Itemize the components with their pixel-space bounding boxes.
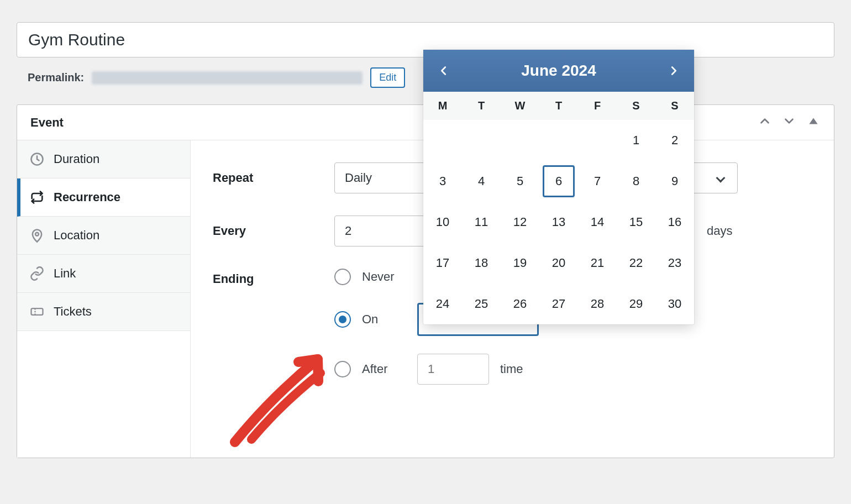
tab-label: Recurrence xyxy=(54,190,120,204)
calendar-day-number: 16 xyxy=(668,215,681,229)
location-icon xyxy=(29,228,45,243)
calendar-day-number: 12 xyxy=(513,215,527,229)
tab-link[interactable]: Link xyxy=(17,255,190,293)
calendar-day-number: 19 xyxy=(513,256,527,270)
calendar-day-number: 14 xyxy=(591,215,604,229)
tab-location[interactable]: Location xyxy=(17,217,190,255)
chevron-left-icon xyxy=(438,63,450,78)
calendar-day-7[interactable]: 7 xyxy=(578,161,617,202)
calendar-empty-cell xyxy=(501,120,539,161)
calendar-day-number: 28 xyxy=(591,297,604,311)
calendar-day-number: 18 xyxy=(475,256,488,270)
calendar-day-number: 7 xyxy=(594,174,601,188)
ticket-icon xyxy=(29,304,45,319)
calendar-day-number: 2 xyxy=(671,133,678,148)
datepicker-next[interactable] xyxy=(668,63,680,78)
calendar-day-17[interactable]: 17 xyxy=(423,243,462,284)
calendar-day-15[interactable]: 15 xyxy=(617,202,655,243)
calendar-day-10[interactable]: 10 xyxy=(423,202,462,243)
panel-down-toggle[interactable] xyxy=(782,114,796,131)
calendar-empty-cell xyxy=(423,120,462,161)
every-unit: days xyxy=(707,224,732,238)
datepicker-title: June 2024 xyxy=(521,62,596,80)
calendar-day-22[interactable]: 22 xyxy=(617,243,655,284)
link-icon xyxy=(29,266,45,281)
chevron-down-icon xyxy=(782,114,796,128)
calendar-day-number: 22 xyxy=(629,256,643,270)
calendar-day-3[interactable]: 3 xyxy=(423,161,462,202)
calendar-day-1[interactable]: 1 xyxy=(617,120,655,161)
calendar-day-16[interactable]: 16 xyxy=(655,202,694,243)
calendar-day-number: 4 xyxy=(478,174,485,188)
calendar-empty-cell xyxy=(578,120,617,161)
calendar-day-4[interactable]: 4 xyxy=(462,161,501,202)
panel-up-toggle[interactable] xyxy=(758,114,772,131)
ending-after[interactable]: After time xyxy=(334,354,544,385)
calendar-day-number: 15 xyxy=(629,215,643,229)
triangle-up-icon xyxy=(806,114,821,128)
calendar-day-24[interactable]: 24 xyxy=(423,284,462,324)
calendar-day-number: 11 xyxy=(475,215,488,229)
calendar-day-number: 6 xyxy=(543,165,575,197)
radio-after[interactable] xyxy=(334,361,351,377)
dayheader: T xyxy=(539,92,578,120)
on-label: On xyxy=(362,312,406,327)
calendar-day-number: 26 xyxy=(513,297,527,311)
tab-tickets[interactable]: Tickets xyxy=(17,293,190,331)
datepicker-header: June 2024 xyxy=(423,50,694,92)
calendar-day-number: 27 xyxy=(552,297,565,311)
chevron-up-icon xyxy=(758,114,772,128)
calendar-day-20[interactable]: 20 xyxy=(539,243,578,284)
tab-recurrence[interactable]: Recurrence xyxy=(17,179,190,217)
after-count-input[interactable] xyxy=(417,354,489,385)
calendar-day-12[interactable]: 12 xyxy=(501,202,539,243)
calendar-empty-cell xyxy=(539,120,578,161)
calendar-day-29[interactable]: 29 xyxy=(617,284,655,324)
repeat-value: Daily xyxy=(345,171,372,185)
permalink-label: Permalink: xyxy=(28,71,84,84)
radio-never[interactable] xyxy=(334,269,351,285)
repeat-icon xyxy=(29,190,45,205)
dayheader: T xyxy=(462,92,501,120)
datepicker-prev[interactable] xyxy=(438,63,450,78)
calendar-day-number: 1 xyxy=(633,133,639,148)
calendar-day-5[interactable]: 5 xyxy=(501,161,539,202)
calendar-day-13[interactable]: 13 xyxy=(539,202,578,243)
calendar-day-number: 8 xyxy=(633,174,639,188)
calendar-day-18[interactable]: 18 xyxy=(462,243,501,284)
event-title-text: Gym Routine xyxy=(28,30,125,49)
dayheader: S xyxy=(655,92,694,120)
permalink-url[interactable] xyxy=(92,71,363,85)
calendar-day-number: 23 xyxy=(668,256,681,270)
calendar-day-23[interactable]: 23 xyxy=(655,243,694,284)
calendar-day-30[interactable]: 30 xyxy=(655,284,694,324)
permalink-edit-button[interactable]: Edit xyxy=(370,67,405,88)
calendar-day-26[interactable]: 26 xyxy=(501,284,539,324)
calendar-day-21[interactable]: 21 xyxy=(578,243,617,284)
clock-icon xyxy=(29,151,45,167)
tab-duration[interactable]: Duration xyxy=(17,140,190,179)
calendar-day-25[interactable]: 25 xyxy=(462,284,501,324)
panel-title: Event xyxy=(30,116,64,130)
calendar-day-8[interactable]: 8 xyxy=(617,161,655,202)
tab-label: Duration xyxy=(54,152,99,166)
calendar-day-27[interactable]: 27 xyxy=(539,284,578,324)
every-label: Every xyxy=(213,224,334,238)
calendar-day-19[interactable]: 19 xyxy=(501,243,539,284)
radio-on[interactable] xyxy=(334,311,351,328)
calendar-day-number: 29 xyxy=(629,297,643,311)
tab-label: Link xyxy=(54,266,76,281)
calendar-empty-cell xyxy=(462,120,501,161)
calendar-day-6[interactable]: 6 xyxy=(539,161,578,202)
calendar-day-14[interactable]: 14 xyxy=(578,202,617,243)
calendar-day-number: 9 xyxy=(671,174,678,188)
dayheader: M xyxy=(423,92,462,120)
panel-collapse-toggle[interactable] xyxy=(806,114,821,131)
panel-toggles xyxy=(758,114,821,131)
calendar-day-28[interactable]: 28 xyxy=(578,284,617,324)
calendar-day-9[interactable]: 9 xyxy=(655,161,694,202)
calendar-day-number: 3 xyxy=(439,174,446,188)
calendar-day-number: 17 xyxy=(436,256,449,270)
calendar-day-11[interactable]: 11 xyxy=(462,202,501,243)
calendar-day-2[interactable]: 2 xyxy=(655,120,694,161)
